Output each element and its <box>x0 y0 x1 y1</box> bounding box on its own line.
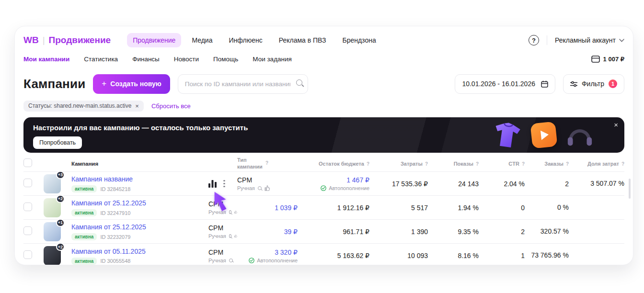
promo-banner: Настроили для вас кампанию — осталось то… <box>23 117 624 153</box>
costs-value: 17 535.36 ₽ <box>369 180 428 188</box>
thumb-count-badge: +1 <box>56 219 65 227</box>
subnav-pomosch[interactable]: Помощь <box>213 56 238 63</box>
status-filter-label: Статусы: shared.new-main.status.active <box>28 102 131 109</box>
campaign-id: ID 32232079 <box>100 234 130 240</box>
ctr-value: 1.94 % <box>428 204 479 212</box>
headphones-icon <box>566 122 594 148</box>
budget-remaining[interactable]: 39 ₽ <box>237 228 298 236</box>
search-placement-icon <box>229 210 231 214</box>
autorefill-label: Автопополнение <box>257 258 298 263</box>
orders-value: 2 <box>525 180 569 188</box>
ctr-value: 8.16 % <box>428 252 479 259</box>
reset-all-filters-link[interactable]: Сбросить все <box>151 102 191 110</box>
campaign-type: CPM <box>208 248 237 256</box>
tab-reklama-pvz[interactable]: Реклама в ПВЗ <box>273 33 332 47</box>
budget-remaining[interactable]: 1 039 ₽ <box>237 204 298 212</box>
top-navigation: WB | Продвижение Продвижение Медиа Инфлю… <box>23 33 624 47</box>
campaign-name-link[interactable]: Кампания от 25.12.2025 <box>71 223 146 231</box>
top-right: ? Рекламный аккаунт <box>529 35 624 45</box>
banner-title: Настроили для вас кампанию — осталось то… <box>33 124 248 132</box>
help-icon[interactable]: ? <box>621 161 624 167</box>
table-row[interactable]: +3 Кампания название активна ID 32845218 <box>23 172 624 196</box>
campaign-name-link[interactable]: Кампания от 25.12.2025 <box>71 199 146 207</box>
account-selector[interactable]: Рекламный аккаунт <box>555 36 624 44</box>
thumb-count-badge: +2 <box>56 243 65 251</box>
tshirt-icon <box>490 119 523 151</box>
row-checkbox[interactable] <box>23 203 32 211</box>
campaign-type: CPM <box>208 224 237 232</box>
subnav-novosti[interactable]: Новости <box>174 56 199 63</box>
sub-navigation: Мои кампании Статистика Финансы Новости … <box>23 53 624 65</box>
select-all-checkbox[interactable] <box>23 158 32 167</box>
campaign-name-link[interactable]: Кампания название <box>71 175 133 183</box>
remove-filter-icon[interactable]: × <box>135 102 139 110</box>
orders-value: 1 <box>479 252 525 259</box>
subnav-moi-kampanii[interactable]: Мои кампании <box>23 56 69 63</box>
date-range-picker[interactable]: 10.01.2026 - 16.01.2026 <box>455 74 555 94</box>
ctr-value: 2.04 % <box>479 180 525 188</box>
brand: WB | Продвижение <box>23 35 111 45</box>
tab-prodvizhenie[interactable]: Продвижение <box>127 33 181 47</box>
ctr-value: 9.35 % <box>428 228 479 236</box>
search-placement-icon <box>258 186 262 190</box>
search-box <box>178 74 308 94</box>
brand-divider: | <box>43 35 45 45</box>
account-balance[interactable]: 1 007 ₽ <box>591 56 624 63</box>
create-campaign-label: Создать новую <box>110 80 161 88</box>
budget-remaining[interactable]: 3 320 ₽ <box>237 248 298 256</box>
autorefill-row: Автопополнение <box>298 185 369 191</box>
cost-share-value: 0 % <box>525 203 569 212</box>
try-button[interactable]: Попробовать <box>33 136 82 149</box>
main-card: WB | Продвижение Продвижение Медиа Инфлю… <box>14 26 633 265</box>
cost-share-value: 3 507.07 % <box>569 180 624 188</box>
status-filter-chip[interactable]: Статусы: shared.new-main.status.active × <box>23 101 144 112</box>
filter-label: Фильтр <box>582 80 604 88</box>
views-value: 1 390 <box>369 228 428 236</box>
subnav-statistika[interactable]: Статистика <box>84 56 118 63</box>
campaign-name-link[interactable]: Кампания от 05.11.2025 <box>71 248 146 255</box>
col-type: Тип кампании? <box>237 157 298 170</box>
campaign-type-mode: Ручная <box>208 258 226 263</box>
tab-brendzona[interactable]: Брендзона <box>336 33 381 47</box>
account-label: Рекламный аккаунт <box>555 36 616 44</box>
page-title: Кампании <box>23 77 85 91</box>
filter-button[interactable]: Фильтр 1 <box>563 74 624 94</box>
status-badge: активна <box>71 209 97 216</box>
tab-influens[interactable]: Инфлюенс <box>223 33 268 47</box>
play-button-icon <box>530 121 557 148</box>
table-row[interactable]: +1 Кампания от 25.12.2025 активна ID 322… <box>23 220 624 244</box>
subnav-moi-zadaniya[interactable]: Мои задания <box>253 56 292 63</box>
cost-share-value: 73 765.96 % <box>525 251 569 260</box>
search-input[interactable] <box>178 74 308 94</box>
help-icon[interactable]: ? <box>265 160 268 166</box>
help-icon[interactable]: ? <box>529 35 539 45</box>
col-cost-share: Доля затрат? <box>569 161 624 167</box>
plus-icon: + <box>102 79 106 89</box>
table-row[interactable]: +2 Кампания от 25.12.2025 активна ID 322… <box>23 196 624 220</box>
banner-close-icon[interactable]: × <box>614 121 618 129</box>
autorefill-check-icon <box>321 185 326 191</box>
cost-share-value: 320.57 % <box>525 227 569 236</box>
subnav-finansy[interactable]: Финансы <box>132 56 160 63</box>
table-row[interactable]: +2 Кампания от 05.11.2025 активна ID 300… <box>23 244 624 265</box>
balance-amount: 1 007 ₽ <box>603 56 624 63</box>
statistics-chart-icon[interactable] <box>208 180 217 188</box>
create-campaign-button[interactable]: + Создать новую <box>93 74 170 94</box>
budget-remaining[interactable]: 1 467 ₽ <box>298 176 369 184</box>
autorefill-check-icon <box>249 258 254 263</box>
row-checkbox[interactable] <box>23 226 32 235</box>
row-menu-kebab-icon[interactable] <box>222 179 226 189</box>
row-checkbox[interactable] <box>23 250 32 259</box>
search-placement-icon <box>229 234 231 238</box>
status-badge: активна <box>71 258 97 265</box>
row-actions <box>208 179 237 189</box>
tab-media[interactable]: Медиа <box>186 33 218 47</box>
views-value: 10 093 <box>369 252 428 259</box>
row-checkbox[interactable] <box>23 179 32 187</box>
table-header-row: Кампания Тип кампании? Остаток бюджета? … <box>23 156 624 172</box>
search-icon <box>296 79 302 86</box>
app-name: Продвижение <box>49 35 111 45</box>
like-placement-icon <box>264 185 270 191</box>
col-costs: Затраты? <box>369 161 428 167</box>
table-scrollbar[interactable] <box>629 179 631 199</box>
